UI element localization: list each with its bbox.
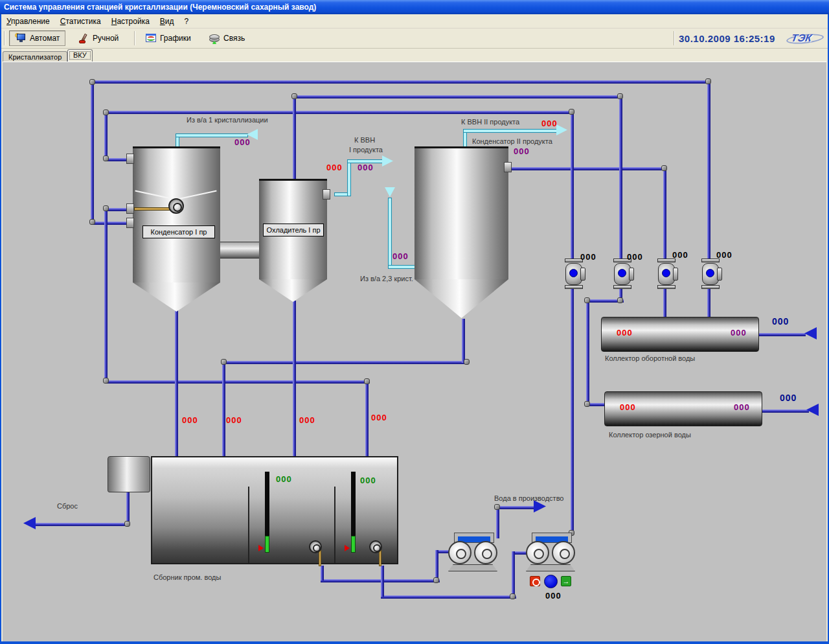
tank-nozzle (504, 162, 512, 172)
pipe-segment (126, 492, 130, 524)
menu-statistics[interactable]: Статистика (55, 16, 106, 27)
pump-status-lamp (544, 575, 558, 588)
valve2-value: 000 (627, 252, 643, 262)
pipe-segment (222, 361, 225, 459)
pipe-elbow (89, 219, 95, 225)
vapor-pipe (463, 129, 558, 133)
auto-mode-button[interactable]: Автомат (9, 30, 65, 46)
collector2-label: Коллектор озерной воды (609, 431, 691, 439)
pipe-segment (224, 361, 468, 364)
window-border (0, 641, 829, 644)
to-production-label: Вода в производство (494, 494, 563, 502)
charts-button[interactable]: Графики (140, 30, 196, 46)
pipe-segment (758, 333, 806, 336)
from-va1-value: 000 (234, 137, 251, 147)
spray-swirl (168, 198, 184, 214)
toolbar-separator (674, 31, 675, 45)
mimic-canvas: Конденсатор I пр Охладитель I пр Из в/а … (3, 62, 826, 641)
sump-divider (248, 487, 249, 563)
valve-3[interactable] (655, 259, 678, 290)
chart-icon (145, 33, 157, 43)
vvn1-pur-value: 000 (358, 163, 374, 172)
pipe-elbow (103, 155, 109, 161)
sump-drain-valve[interactable] (309, 540, 322, 553)
pipe-segment (32, 523, 128, 526)
pump-stop-button[interactable] (530, 576, 540, 586)
pipe-elbow (89, 79, 95, 85)
menu-control[interactable]: Управление (1, 16, 55, 27)
pipe-segment (91, 80, 94, 223)
condenser1-label: Конденсатор I пр (142, 225, 215, 238)
pipe-segment (321, 566, 324, 581)
valve-4[interactable] (699, 259, 722, 290)
condenser1-cone (133, 282, 220, 312)
pipe-elbow (291, 93, 297, 99)
flow-arrow-out-icon (382, 155, 393, 167)
collector1-label: Коллектор оборотной воды (605, 354, 695, 362)
pipe-segment (760, 409, 809, 413)
valve4-value: 000 (716, 250, 732, 260)
pipe-segment (104, 111, 108, 160)
discharge-arrow-icon (23, 517, 36, 529)
vvn2-red-value: 000 (541, 119, 558, 128)
spray-arm (134, 207, 172, 211)
collector2-inlet-arrow-icon (806, 404, 819, 416)
pipe-elbow (494, 504, 500, 510)
sump-inlet4-value: 000 (371, 413, 387, 422)
discharge-label: Сброс (57, 502, 78, 510)
pipe-elbow (661, 165, 667, 171)
pipe-elbow (705, 78, 711, 84)
pipe-segment (496, 506, 535, 509)
toolbar: Автомат Ручной Графики Связь 30.10.2009 … (1, 29, 828, 49)
sump-inlet2-value: 000 (226, 415, 242, 425)
condenser1-tank (133, 146, 220, 282)
pipe-segment (381, 595, 516, 599)
computer-icon (15, 33, 27, 43)
pipe-segment (435, 550, 438, 581)
toolbar-separator (134, 31, 135, 45)
pipe-segment (293, 95, 296, 181)
sump-inlet3-value: 000 (299, 415, 315, 425)
pipe-segment (707, 80, 710, 262)
to-vvn1-label-line1: К ВВН (354, 136, 375, 144)
pipe-elbow (221, 359, 227, 365)
valve-1[interactable] (562, 259, 585, 290)
menu-settings[interactable]: Настройка (106, 16, 155, 27)
pump-group-1[interactable] (444, 531, 504, 572)
level-setpoint-marker (258, 545, 264, 551)
manual-mode-button[interactable]: Ручной (73, 30, 124, 46)
collector2-pur-value: 000 (734, 402, 750, 412)
flow-arrow-out-icon (556, 124, 567, 135)
pipe-segment (321, 579, 440, 582)
pipe-elbow (584, 297, 590, 303)
collector2-red-value: 000 (620, 402, 636, 412)
vvn1-red-value: 000 (326, 163, 343, 172)
pump-group-2[interactable] (522, 531, 582, 572)
pipe-segment (619, 95, 622, 262)
tab-crystallizer[interactable]: Кристаллизатор (3, 51, 67, 62)
sump-divider (334, 487, 335, 563)
valve-2[interactable] (611, 259, 634, 290)
menu-help[interactable]: ? (179, 16, 194, 27)
sump-drain-valve[interactable] (369, 540, 382, 553)
pipe-elbow (617, 297, 623, 303)
level-gauge-fill (351, 536, 356, 553)
pipe-segment (663, 284, 666, 319)
valve3-value: 000 (672, 250, 688, 260)
link-button[interactable]: Связь (203, 30, 250, 46)
from-va23-label: Из в/а 2,3 крист. (360, 275, 413, 282)
tab-vku[interactable]: ВКУ (67, 49, 93, 62)
pipe-segment (104, 208, 108, 382)
pipe-elbow (569, 109, 574, 115)
menu-view[interactable]: Вид (155, 16, 179, 27)
menu-bar: Управление Статистика Настройка Вид ? (1, 14, 828, 29)
pipe-segment (512, 551, 515, 597)
pump-start-button[interactable] (561, 576, 571, 586)
pipe-elbow (103, 205, 109, 211)
to-vvn1-label-line2: I продукта (349, 146, 383, 154)
pipe-segment (295, 95, 621, 98)
tank-nozzle (323, 189, 330, 200)
collector1-inlet-arrow-icon (804, 327, 817, 339)
level2-value: 000 (360, 476, 376, 485)
pump-station-value: 000 (545, 591, 562, 601)
